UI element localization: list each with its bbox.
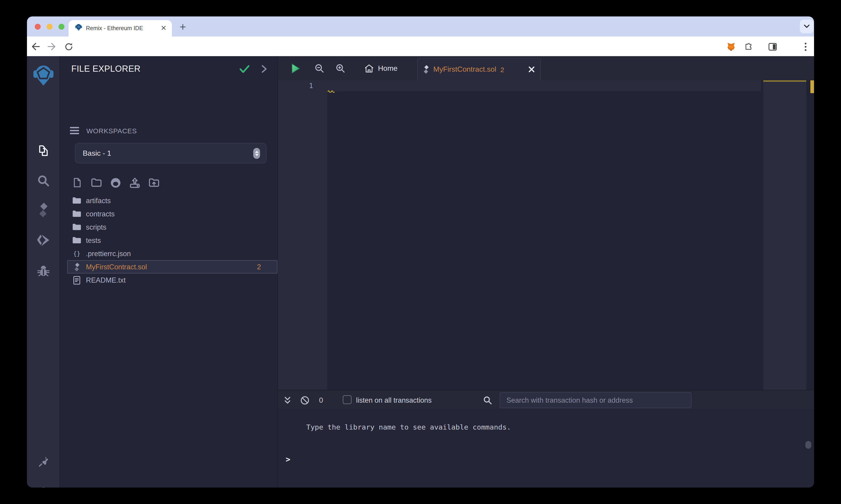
remix-favicon xyxy=(75,24,82,33)
macos-minimize-button[interactable] xyxy=(47,24,53,30)
editor-scrollbar[interactable] xyxy=(806,80,814,390)
panel-header: FILE EXPLORER xyxy=(60,56,277,82)
tab-label: MyFirstContract.sol xyxy=(433,65,496,73)
panel-title: FILE EXPLORER xyxy=(71,64,140,74)
main-area: Home MyFirstContract.sol 2 1 xyxy=(278,56,814,488)
browser-toolbar: remix.ethereum.org/#lang=en&optimize=fal… xyxy=(27,37,814,56)
text-file-icon xyxy=(72,275,81,285)
zoom-in-icon[interactable] xyxy=(334,56,347,80)
sidebar-item-file-explorer[interactable] xyxy=(27,139,60,162)
terminal-output[interactable]: Type the library name to see available c… xyxy=(278,410,814,488)
browser-tab-title: Remix - Ethereum IDE xyxy=(86,25,161,32)
tab-myfirstcontract[interactable]: MyFirstContract.sol 2 xyxy=(417,58,541,80)
tab-close-icon[interactable] xyxy=(161,24,166,32)
github-icon[interactable] xyxy=(110,177,121,188)
remix-logo[interactable] xyxy=(27,64,60,87)
overview-warning-mark xyxy=(810,80,814,93)
clear-console-icon[interactable] xyxy=(299,390,311,410)
terminal-scrollbar-thumb[interactable] xyxy=(805,441,811,449)
workspaces-menu-icon[interactable] xyxy=(70,127,79,134)
solidity-file-icon xyxy=(423,65,429,74)
workspaces-row: WORKSPACES xyxy=(60,124,277,138)
metamask-icon[interactable] xyxy=(725,41,736,52)
macos-zoom-button[interactable] xyxy=(58,24,65,30)
upload-folder-icon[interactable] xyxy=(149,177,159,188)
file-tree: artifacts contracts scripts xyxy=(60,194,277,287)
forward-icon[interactable] xyxy=(46,41,57,52)
expand-terminal-icon[interactable] xyxy=(281,390,293,410)
tab-close-icon[interactable] xyxy=(528,66,535,73)
folder-icon xyxy=(72,196,81,205)
tree-row-tests[interactable]: tests xyxy=(60,234,277,247)
transaction-search-input[interactable] xyxy=(500,392,691,408)
transaction-count: 0 xyxy=(319,390,323,410)
workspace-value: Basic - 1 xyxy=(83,149,111,157)
tab-problems-badge: 2 xyxy=(500,66,504,73)
problems-badge: 2 xyxy=(257,263,261,271)
tree-row-artifacts[interactable]: artifacts xyxy=(60,194,277,207)
sidebar-item-debugger[interactable] xyxy=(27,259,60,282)
upload-file-icon[interactable] xyxy=(130,177,140,188)
braces-icon: {} xyxy=(72,249,81,258)
run-script-icon[interactable] xyxy=(289,56,303,80)
side-panel-icon[interactable] xyxy=(767,41,778,52)
tab-search-button[interactable] xyxy=(800,20,813,33)
screen: Remix - Ethereum IDE remix.ether xyxy=(0,0,841,504)
terminal-prompt: > xyxy=(286,455,290,464)
editor-code-area[interactable] xyxy=(327,80,761,390)
back-icon[interactable] xyxy=(30,41,41,52)
folder-icon xyxy=(72,222,81,232)
accept-check-icon[interactable] xyxy=(239,65,250,73)
warning-squiggle xyxy=(328,89,334,93)
workspaces-label: WORKSPACES xyxy=(86,127,137,134)
settings-gear-icon[interactable] xyxy=(27,481,60,488)
remix-app: FILE EXPLORER WORKSPACES Basic - 1 xyxy=(27,56,814,488)
minimap-warning-mark xyxy=(763,80,806,82)
tree-row-readme[interactable]: README.txt xyxy=(60,273,277,287)
macos-close-button[interactable] xyxy=(35,24,41,30)
new-file-icon[interactable] xyxy=(72,177,83,188)
browser-window: Remix - Ethereum IDE remix.ether xyxy=(27,16,814,488)
browser-menu-icon[interactable] xyxy=(800,41,811,52)
listen-transactions-checkbox[interactable] xyxy=(343,395,351,404)
plugin-manager-icon[interactable] xyxy=(27,451,60,473)
file-actions-row xyxy=(72,176,159,189)
terminal-message: Type the library name to see available c… xyxy=(306,423,511,431)
editor-gutter: 1 xyxy=(278,80,327,390)
select-spinner-icon xyxy=(253,148,260,159)
code-editor[interactable]: 1 xyxy=(278,80,814,390)
current-line-highlight xyxy=(327,80,761,91)
folder-icon xyxy=(72,236,81,245)
editor-tabbar: Home MyFirstContract.sol 2 xyxy=(278,56,814,80)
tree-row-contracts[interactable]: contracts xyxy=(60,207,277,220)
terminal-toolbar: 0 listen on all transactions xyxy=(278,390,814,410)
sidebar-item-search[interactable] xyxy=(27,169,60,192)
workspace-select[interactable]: Basic - 1 xyxy=(75,143,267,163)
zoom-out-icon[interactable] xyxy=(313,56,326,80)
line-number: 1 xyxy=(309,82,313,90)
listen-transactions-label: listen on all transactions xyxy=(356,390,432,410)
new-folder-icon[interactable] xyxy=(91,177,102,188)
terminal-search-icon xyxy=(481,390,493,410)
sidebar-item-deploy-and-run[interactable] xyxy=(27,229,60,252)
tree-row-prettierrc[interactable]: {} .prettierrc.json xyxy=(60,247,277,260)
sidebar-item-solidity-compiler[interactable] xyxy=(27,199,60,221)
solidity-file-icon xyxy=(72,262,81,271)
browser-tab[interactable]: Remix - Ethereum IDE xyxy=(69,20,172,37)
folder-icon xyxy=(72,209,81,218)
file-explorer-panel: FILE EXPLORER WORKSPACES Basic - 1 xyxy=(60,56,278,488)
browser-tabstrip: Remix - Ethereum IDE xyxy=(27,16,814,37)
tree-row-scripts[interactable]: scripts xyxy=(60,220,277,234)
new-tab-button[interactable] xyxy=(178,22,188,32)
tree-row-myfirstcontract[interactable]: MyFirstContract.sol 2 xyxy=(67,260,277,273)
tab-home-label: Home xyxy=(378,64,397,72)
editor-minimap[interactable] xyxy=(763,80,806,390)
tab-home[interactable]: Home xyxy=(358,56,404,80)
extensions-puzzle-icon[interactable] xyxy=(743,41,754,52)
reload-icon[interactable] xyxy=(63,41,74,52)
icon-rail xyxy=(27,56,60,488)
collapse-chevron-icon[interactable] xyxy=(261,65,267,73)
